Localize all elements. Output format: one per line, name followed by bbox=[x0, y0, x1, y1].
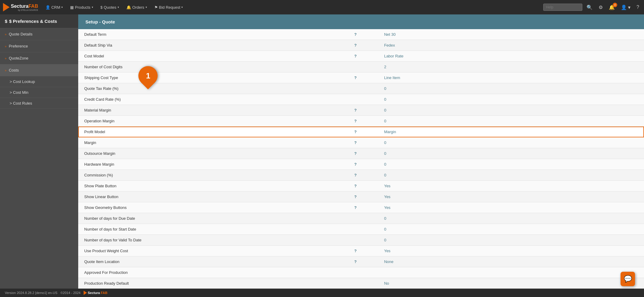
row-help[interactable]: ? bbox=[333, 170, 378, 181]
row-help[interactable]: ? bbox=[333, 246, 378, 256]
chat-button[interactable]: 💬 bbox=[621, 272, 635, 286]
table-row[interactable]: Approved For Production bbox=[78, 267, 644, 278]
row-help[interactable]: ? bbox=[333, 181, 378, 191]
row-label: Number of days for Valid To Date bbox=[78, 235, 333, 246]
content-area: Setup - Quote Default Term ? Net 30 Defa… bbox=[78, 14, 644, 289]
row-label: Outsource Margin bbox=[78, 148, 333, 159]
row-label: Number of days for Start Date bbox=[78, 224, 333, 235]
row-help[interactable]: ? bbox=[333, 159, 378, 170]
row-value: Fedex bbox=[378, 40, 644, 51]
sidebar-header: $ $ Preferences & Costs bbox=[0, 14, 78, 28]
table-row[interactable]: Credit Card Rate (%) 0 bbox=[78, 94, 644, 105]
row-value: Yes bbox=[378, 191, 644, 202]
sidebar-item-quote-details[interactable]: » Quote Details bbox=[0, 28, 78, 40]
row-help bbox=[333, 94, 378, 105]
table-row[interactable]: Number of days for Due Date 0 bbox=[78, 213, 644, 224]
row-help[interactable]: ? bbox=[333, 51, 378, 62]
footer-fab: FAB bbox=[101, 291, 107, 295]
main-layout: $ $ Preferences & Costs » Quote Details … bbox=[0, 14, 644, 289]
nav-right: 🔍 ⚙ 🔔 4 👤 ▾ ? bbox=[543, 3, 641, 11]
row-help[interactable]: ? bbox=[333, 202, 378, 213]
row-value: 0 bbox=[378, 83, 644, 94]
table-row[interactable]: Production Ready Default No bbox=[78, 278, 644, 289]
dollar-sign-icon: $ bbox=[5, 19, 7, 24]
row-value bbox=[378, 267, 644, 278]
nav-bid-request[interactable]: ⚑ Bid Request ▾ bbox=[151, 3, 186, 11]
table-row[interactable]: Profit Model ? Margin bbox=[78, 127, 644, 137]
settings-icon[interactable]: ⚙ bbox=[597, 3, 605, 11]
logo-sectura: Sectura bbox=[11, 4, 29, 9]
help-icon[interactable]: ? bbox=[635, 3, 641, 11]
table-row[interactable]: Hardware Margin ? 0 bbox=[78, 159, 644, 170]
table-row[interactable]: Commission (%) ? 0 bbox=[78, 170, 644, 181]
nav-products[interactable]: ▦ Products ▾ bbox=[67, 3, 96, 11]
nav-crm[interactable]: 👤 CRM ▾ bbox=[42, 3, 66, 11]
nav-quotes[interactable]: $ Quotes ▾ bbox=[97, 3, 122, 11]
table-row[interactable]: Quote Tax Rate (%) 0 bbox=[78, 83, 644, 94]
row-value: Line Item bbox=[378, 72, 644, 83]
table-row[interactable]: Number of days for Valid To Date 0 bbox=[78, 235, 644, 246]
nav-orders[interactable]: 🔔 Orders ▾ bbox=[123, 3, 150, 11]
row-value: 0 bbox=[378, 105, 644, 116]
help-input[interactable] bbox=[543, 4, 582, 11]
table-row[interactable]: Material Margin ? 0 bbox=[78, 105, 644, 116]
row-help[interactable]: ? bbox=[333, 256, 378, 267]
table-row[interactable]: Number of days for Start Date 0 bbox=[78, 224, 644, 235]
search-icon[interactable]: 🔍 bbox=[585, 3, 594, 11]
row-label: Quote Item Location bbox=[78, 256, 333, 267]
sidebar: $ $ Preferences & Costs » Quote Details … bbox=[0, 14, 78, 289]
table-row[interactable]: Outsource Margin ? 0 bbox=[78, 148, 644, 159]
row-value: 0 bbox=[378, 137, 644, 148]
table-row[interactable]: Default Ship Via ? Fedex bbox=[78, 40, 644, 51]
person-icon: 👤 bbox=[45, 5, 50, 10]
sidebar-item-preference[interactable]: » Preference bbox=[0, 40, 78, 52]
row-label: Credit Card Rate (%) bbox=[78, 94, 333, 105]
row-help bbox=[333, 278, 378, 289]
row-help[interactable]: ? bbox=[333, 148, 378, 159]
row-help[interactable]: ? bbox=[333, 127, 378, 137]
row-help[interactable]: ? bbox=[333, 137, 378, 148]
chevron-down-icon: ▾ bbox=[146, 6, 147, 9]
sidebar-item-costs[interactable]: » Costs bbox=[0, 64, 78, 76]
sidebar-item-cost-rules[interactable]: > Cost Rules bbox=[0, 98, 78, 109]
table-row[interactable]: Show Plate Button ? Yes bbox=[78, 181, 644, 191]
footer-logo: SecturaFAB bbox=[84, 291, 107, 295]
row-help bbox=[333, 83, 378, 94]
row-label: Show Geometry Buttons bbox=[78, 202, 333, 213]
sidebar-item-quotezone[interactable]: » QuoteZone bbox=[0, 52, 78, 64]
row-help[interactable]: ? bbox=[333, 40, 378, 51]
row-value: 0 bbox=[378, 94, 644, 105]
table-row[interactable]: Operation Margin ? 0 bbox=[78, 116, 644, 127]
row-value: Margin bbox=[378, 127, 644, 137]
table-row[interactable]: Show Linear Button ? Yes bbox=[78, 191, 644, 202]
row-help[interactable]: ? bbox=[333, 29, 378, 40]
row-help bbox=[333, 267, 378, 278]
row-help bbox=[333, 235, 378, 246]
row-value: 0 bbox=[378, 159, 644, 170]
settings-table: Default Term ? Net 30 Default Ship Via ?… bbox=[78, 29, 644, 289]
logo-fab: FAB bbox=[29, 4, 38, 9]
table-row[interactable]: Use Product Weight Cost ? Yes bbox=[78, 246, 644, 256]
table-row[interactable]: Shipping Cost Type ? Line Item bbox=[78, 72, 644, 83]
table-row[interactable]: Quote Item Location ? None bbox=[78, 256, 644, 267]
table-row[interactable]: Margin ? 0 bbox=[78, 137, 644, 148]
notifications-icon[interactable]: 🔔 4 bbox=[607, 3, 617, 11]
row-value: 0 bbox=[378, 116, 644, 127]
table-row[interactable]: Show Geometry Buttons ? Yes bbox=[78, 202, 644, 213]
row-help[interactable]: ? bbox=[333, 191, 378, 202]
content-header: Setup - Quote bbox=[78, 14, 644, 29]
sidebar-item-cost-lookup[interactable]: > Cost Lookup bbox=[0, 76, 78, 87]
table-row[interactable]: Number of Cost Digits 2 bbox=[78, 62, 644, 72]
table-row[interactable]: Default Term ? Net 30 bbox=[78, 29, 644, 40]
row-help[interactable]: ? bbox=[333, 116, 378, 127]
sidebar-item-cost-min[interactable]: > Cost Min bbox=[0, 87, 78, 98]
row-help[interactable]: ? bbox=[333, 72, 378, 83]
content-body: Default Term ? Net 30 Default Ship Via ?… bbox=[78, 29, 644, 289]
user-icon[interactable]: 👤 ▾ bbox=[619, 3, 632, 11]
row-label: Number of days for Due Date bbox=[78, 213, 333, 224]
table-row[interactable]: Cost Model ? Labor Rate bbox=[78, 51, 644, 62]
row-help[interactable]: ? bbox=[333, 105, 378, 116]
row-label: Number of Cost Digits bbox=[78, 62, 333, 72]
row-value: 0 bbox=[378, 148, 644, 159]
row-value: Yes bbox=[378, 181, 644, 191]
